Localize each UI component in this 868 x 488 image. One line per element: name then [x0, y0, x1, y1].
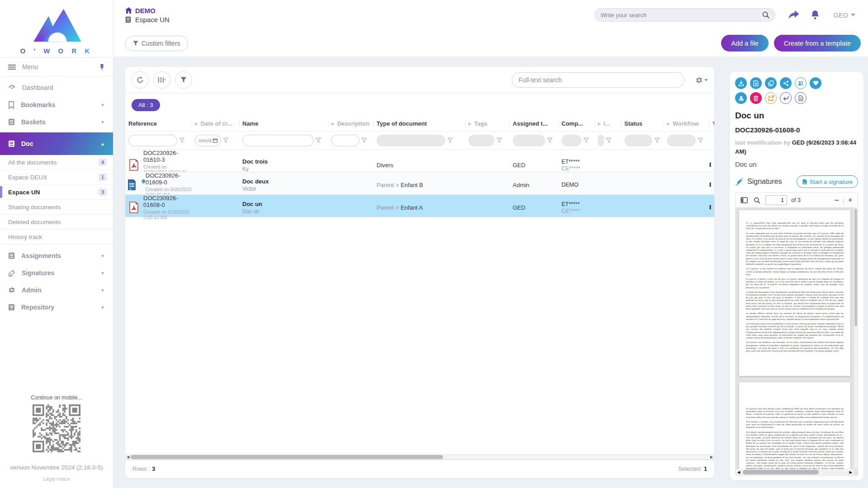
date-filter-input[interactable]: mm/d [195, 135, 221, 146]
funnel-icon[interactable] [583, 137, 589, 143]
assigned-filter-select[interactable] [513, 135, 545, 146]
sidebar-subitem-history-track[interactable]: History track [0, 230, 113, 244]
column-header-name[interactable]: Name [239, 119, 328, 128]
sidebar-item-assignments[interactable]: Assignments ▼ [0, 247, 113, 264]
all-filter-chip[interactable]: All : 3 [132, 99, 160, 111]
column-header-status[interactable]: Status [621, 119, 664, 128]
scroll-left-arrow[interactable]: ◀ [125, 454, 131, 460]
sidebar-subitem-sharing-documents[interactable]: Sharing documents [0, 200, 113, 215]
tags-filter-select[interactable] [468, 135, 495, 146]
funnel-icon[interactable] [698, 137, 703, 143]
legal-notice-link[interactable]: Legal notice [0, 476, 113, 482]
add-file-button[interactable]: Add a file [721, 35, 768, 52]
sidebar-item-signatures[interactable]: Signatures ▼ [0, 264, 113, 282]
scrollbar-track[interactable] [742, 470, 848, 474]
scrollbar-thumb[interactable] [854, 209, 857, 326]
funnel-icon[interactable] [496, 137, 502, 143]
i-filter-select[interactable] [598, 135, 604, 146]
column-header-company[interactable]: Comp... [558, 119, 594, 128]
funnel-icon[interactable] [179, 137, 185, 143]
company-filter-select[interactable] [561, 135, 581, 146]
column-header-workflow[interactable]: ▶Workflow [664, 119, 709, 128]
funnel-icon[interactable] [447, 137, 453, 143]
start-signature-button[interactable]: Start a signature [797, 175, 858, 188]
hamburger-icon[interactable] [8, 64, 16, 70]
delete-button[interactable] [750, 92, 762, 104]
sidebar-subitem-deleted-documents[interactable]: Deleted documents [0, 215, 113, 230]
column-header-i[interactable]: ▶I... [594, 119, 621, 128]
zoom-out-button[interactable]: − [834, 195, 840, 206]
copy-button[interactable] [765, 77, 777, 89]
user-menu[interactable]: GED [833, 11, 855, 19]
funnel-icon[interactable] [223, 137, 229, 143]
open-external-button[interactable] [765, 92, 777, 104]
new-version-button[interactable] [750, 77, 762, 89]
pdf-search-button[interactable] [753, 196, 761, 205]
share-button-detail[interactable] [780, 77, 792, 89]
sidebar-item-dashboard[interactable]: Dashboard [0, 79, 113, 96]
zoom-in-button[interactable]: + [847, 195, 854, 206]
global-search-input[interactable] [600, 12, 759, 19]
status-filter-select[interactable] [624, 135, 652, 146]
table-row[interactable]: DOC230926-01610-3 Created on 10/29/2024 … [125, 149, 714, 172]
scrollbar-track[interactable] [131, 455, 709, 459]
funnel-icon[interactable] [654, 137, 660, 143]
sidebar-item-admin[interactable]: Admin ▼ [0, 282, 113, 299]
fulltext-search-input[interactable] [519, 76, 678, 84]
pdf-vertical-scrollbar[interactable] [854, 208, 858, 469]
scrollbar-thumb[interactable] [131, 455, 443, 459]
column-header-assigned[interactable]: Assigned t... [509, 119, 558, 128]
table-settings-button[interactable] [695, 76, 708, 84]
download-button[interactable] [735, 77, 747, 89]
column-header-date[interactable]: ▶Date of cr... [192, 119, 239, 128]
reference-filter-input[interactable] [128, 135, 177, 146]
refresh-button[interactable] [132, 71, 149, 89]
pdf-scroll-area[interactable]: Il y a aujourd'hui trois cent quarante-h… [736, 208, 854, 469]
funnel-icon[interactable] [361, 137, 367, 143]
share-button[interactable] [786, 8, 802, 22]
description-filter-input[interactable] [331, 135, 359, 146]
table-row[interactable]: w DOC230926-01609-0 Created on 9/26/2023… [125, 172, 714, 194]
scroll-right-arrow[interactable]: ▶ [848, 470, 854, 474]
clipped-cell-text: E [709, 182, 711, 188]
column-header-description[interactable]: ▶Description [328, 119, 373, 128]
column-header-tags[interactable]: ▶Tags [465, 119, 509, 128]
sidebar-item-bookmarks[interactable]: Bookmarks ▼ [0, 96, 113, 113]
create-from-template-button[interactable]: Create from a template [774, 35, 861, 52]
stamp-button[interactable] [735, 92, 747, 104]
funnel-icon[interactable] [316, 137, 321, 143]
custom-filters-button[interactable]: Custom filters [125, 36, 188, 51]
breadcrumb-space[interactable]: Espace UN [125, 16, 170, 23]
assign-users-button[interactable] [795, 77, 807, 89]
sidebar-toggle-button[interactable] [740, 196, 749, 204]
sidebar-item-baskets[interactable]: Baskets ▼ [0, 113, 113, 131]
rows-label: Rows : [132, 466, 150, 472]
notifications-button[interactable] [809, 8, 821, 22]
breadcrumb-workspace[interactable]: DEMO [125, 7, 170, 14]
column-header-reference[interactable]: Reference [125, 119, 192, 128]
sidebar-item-doc[interactable]: Doc ▲ [0, 132, 113, 155]
return-button[interactable] [780, 92, 792, 104]
name-filter-input[interactable] [242, 135, 314, 146]
sidebar-subitem-espace-un[interactable]: Espace UN 3 [0, 185, 113, 200]
filter-button[interactable] [175, 71, 192, 89]
sidebar-subitem-espace-deux[interactable]: Espace DEUX 1 [0, 170, 113, 185]
pin-icon[interactable] [99, 64, 105, 70]
sidebar-subitem-all-documents[interactable]: All the documents 4 [0, 155, 113, 170]
type-filter-select[interactable] [377, 135, 445, 146]
workflow-filter-select[interactable] [667, 135, 696, 146]
funnel-icon[interactable] [606, 137, 612, 143]
document-info-button[interactable] [795, 92, 807, 104]
page-number-input[interactable] [765, 195, 787, 205]
sidebar-item-repository[interactable]: Repository ▼ [0, 299, 113, 316]
table-row-selected[interactable]: DOC230926-01608-0 Created on 9/26/2023 3… [125, 194, 714, 217]
scroll-left-arrow[interactable]: ◀ [736, 470, 742, 474]
favorite-button[interactable] [810, 77, 821, 89]
scrollbar-thumb[interactable] [743, 470, 819, 474]
column-header-type[interactable]: Type of document [373, 119, 465, 128]
funnel-icon[interactable] [547, 137, 553, 143]
columns-button[interactable] [153, 71, 170, 89]
column-header-y[interactable]: Y [709, 119, 714, 128]
scroll-right-arrow[interactable]: ▶ [709, 454, 714, 460]
search-icon[interactable] [762, 11, 769, 19]
